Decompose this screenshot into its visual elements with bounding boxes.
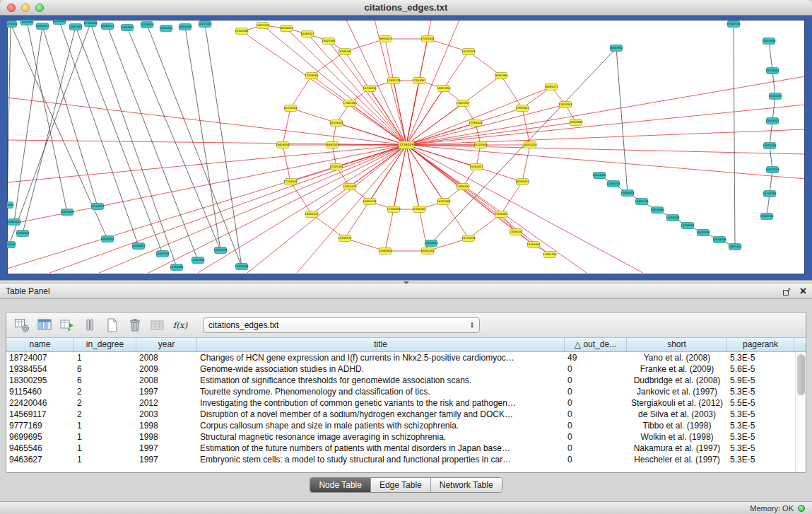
close-button[interactable] bbox=[7, 4, 16, 12]
network-node[interactable]: 12390285 bbox=[170, 264, 184, 271]
network-node[interactable]: 17236085 bbox=[494, 211, 508, 218]
tab-edge-table[interactable]: Edge Table bbox=[370, 478, 430, 492]
network-node[interactable]: 12938046 bbox=[235, 264, 249, 270]
network-node[interactable]: 18463027 bbox=[300, 31, 314, 37]
network-node[interactable]: 11950382 bbox=[7, 242, 16, 248]
function-builder-button[interactable]: f(x) bbox=[170, 315, 190, 335]
column-header-year[interactable]: year bbox=[136, 338, 197, 351]
network-node[interactable]: 11048392 bbox=[20, 20, 34, 25]
network-node[interactable]: 14805264 bbox=[728, 244, 742, 250]
network-node[interactable]: 16058742 bbox=[363, 199, 377, 205]
network-node[interactable]: 14236085 bbox=[681, 223, 695, 229]
close-panel-icon[interactable]: × bbox=[800, 286, 806, 296]
network-node[interactable]: 17058432 bbox=[509, 229, 523, 235]
table-row[interactable]: 946554611997Estimation of the future num… bbox=[6, 443, 806, 454]
network-node[interactable]: 17320465 bbox=[329, 164, 343, 170]
float-panel-icon[interactable]: ↗ bbox=[783, 287, 792, 296]
network-node[interactable]: 11082653 bbox=[120, 25, 134, 31]
network-node[interactable]: 12184027 bbox=[90, 204, 105, 210]
network-node[interactable]: 18629054 bbox=[276, 142, 290, 148]
network-node[interactable]: 16052384 bbox=[420, 248, 435, 255]
minimize-button[interactable] bbox=[21, 4, 30, 12]
table-row[interactable]: 977716911998Corpus callosum shape and si… bbox=[6, 420, 806, 431]
network-node[interactable]: 15460283 bbox=[768, 93, 782, 100]
network-node[interactable]: 17548062 bbox=[305, 73, 319, 79]
network-node[interactable]: 18470259 bbox=[461, 49, 476, 55]
network-node[interactable]: 16805237 bbox=[305, 211, 319, 218]
network-node[interactable]: 11204865 bbox=[52, 20, 66, 25]
column-header-in_degree[interactable]: in_degree bbox=[74, 338, 136, 351]
network-node[interactable]: 12764058 bbox=[191, 257, 205, 264]
network-node[interactable]: 17025836 bbox=[420, 36, 435, 42]
network-node[interactable]: 12203648 bbox=[213, 247, 228, 254]
table-row[interactable]: 1872400712008Changes of HCN gene express… bbox=[6, 352, 806, 363]
network-node[interactable]: 10695234 bbox=[100, 23, 114, 30]
column-header-pagerank[interactable]: pagerank bbox=[727, 338, 794, 351]
network-node[interactable]: 12405638 bbox=[60, 209, 74, 216]
network-node[interactable]: 17436029 bbox=[387, 206, 401, 213]
table-selector-dropdown[interactable]: citations_edges.txt ▲▼ bbox=[203, 317, 480, 333]
network-node[interactable]: 17460928 bbox=[378, 248, 392, 255]
scrollbar-thumb[interactable] bbox=[797, 354, 805, 395]
network-node[interactable]: 11350286 bbox=[83, 21, 98, 27]
tab-node-table[interactable]: Node Table bbox=[310, 478, 370, 492]
network-node[interactable]: 15932478 bbox=[387, 78, 401, 84]
network-node[interactable]: 13972068 bbox=[650, 207, 664, 214]
network-node[interactable]: 17608254 bbox=[456, 184, 470, 190]
network-node[interactable]: 18670243 bbox=[256, 23, 270, 29]
network-node[interactable]: 16148794 bbox=[763, 191, 777, 197]
network-node[interactable]: 18263054 bbox=[526, 242, 541, 248]
network-node[interactable]: 15478026 bbox=[329, 120, 343, 127]
network-node[interactable]: 17624083 bbox=[558, 102, 572, 108]
table-settings-button[interactable] bbox=[12, 315, 32, 335]
network-node[interactable]: 15628405 bbox=[765, 118, 779, 124]
splitter-handle-icon[interactable] bbox=[404, 281, 409, 284]
network-node[interactable]: 16487932 bbox=[609, 45, 623, 52]
network-node[interactable]: 16740258 bbox=[363, 86, 377, 92]
network-node[interactable]: 12847036 bbox=[155, 251, 170, 257]
network-node[interactable]: 17095826 bbox=[469, 120, 483, 127]
network-node[interactable]: 17284061 bbox=[412, 78, 426, 84]
network-node[interactable]: 16613954 bbox=[437, 86, 451, 92]
network-node[interactable]: 15972048 bbox=[765, 167, 779, 173]
network-node[interactable]: 15804263 bbox=[763, 143, 777, 149]
network-node[interactable]: 18095274 bbox=[544, 84, 558, 90]
network-node[interactable]: 16382460 bbox=[494, 73, 508, 79]
network-node[interactable]: 17182640 bbox=[283, 179, 298, 185]
network-node[interactable]: 17561093 bbox=[343, 100, 357, 107]
network-node[interactable]: 15362847 bbox=[469, 164, 483, 170]
window-titlebar[interactable]: citations_edges.txt bbox=[0, 0, 812, 16]
network-node[interactable]: 10273645 bbox=[7, 21, 18, 28]
network-node[interactable]: 18350649 bbox=[569, 119, 583, 126]
network-node[interactable]: 16470283 bbox=[283, 105, 298, 112]
column-header-out_degree[interactable]: △ out_de... bbox=[565, 338, 627, 351]
network-node[interactable]: 15023648 bbox=[762, 38, 776, 45]
zoom-button[interactable] bbox=[35, 4, 44, 12]
network-node[interactable]: 16590418 bbox=[515, 179, 529, 185]
network-node[interactable]: 14470258 bbox=[696, 230, 710, 236]
import-table-button[interactable] bbox=[148, 315, 167, 335]
panel-splitter[interactable] bbox=[0, 280, 812, 284]
select-columns-button[interactable] bbox=[35, 315, 54, 335]
network-node[interactable]: 10958236 bbox=[178, 24, 192, 30]
new-document-button[interactable] bbox=[102, 315, 122, 335]
column-header-title[interactable]: title bbox=[197, 338, 565, 351]
network-node[interactable]: 15786420 bbox=[412, 206, 426, 213]
vertical-scrollbar[interactable] bbox=[795, 353, 806, 472]
network-node[interactable]: 16938247 bbox=[378, 36, 392, 42]
network-node[interactable]: 16247085 bbox=[437, 199, 451, 205]
network-node[interactable]: 12630254 bbox=[100, 236, 114, 243]
network-node[interactable]: 11137028 bbox=[198, 21, 212, 28]
tab-network-table[interactable]: Network Table bbox=[430, 478, 502, 492]
network-node[interactable]: 10837462 bbox=[69, 24, 83, 30]
network-node[interactable]: 14058326 bbox=[666, 215, 680, 221]
network-node[interactable]: 17693025 bbox=[515, 105, 529, 112]
table-row[interactable]: 1456911722003Disruption of a novel membe… bbox=[6, 409, 806, 420]
network-node[interactable]: 15284036 bbox=[765, 68, 779, 74]
network-node[interactable]: 18713046 bbox=[461, 235, 476, 242]
network-node[interactable]: 12063548 bbox=[7, 202, 14, 209]
network-node[interactable]: 13460238 bbox=[606, 181, 620, 187]
network-graph[interactable]: 1724039161256481709582615824937166139541… bbox=[7, 20, 805, 274]
network-node[interactable]: 12250634 bbox=[16, 230, 30, 237]
network-node[interactable]: 13628054 bbox=[620, 190, 635, 197]
